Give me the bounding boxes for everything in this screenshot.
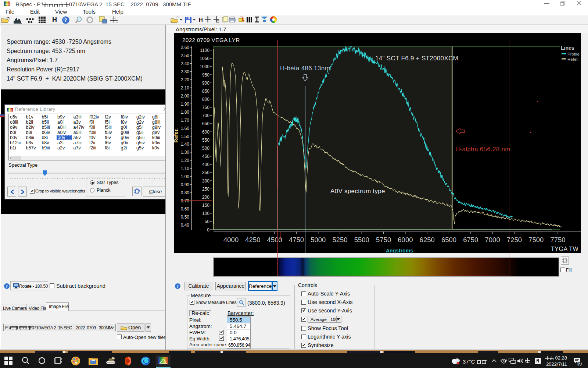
svg-text:2.50: 2.50 bbox=[181, 53, 190, 58]
svg-text:1.50: 1.50 bbox=[181, 134, 190, 139]
svg-text:Lines: Lines bbox=[561, 45, 574, 51]
svg-text:H: H bbox=[199, 17, 203, 23]
svg-text:550: 550 bbox=[202, 138, 209, 143]
svg-text:600: 600 bbox=[202, 130, 209, 135]
svg-text:1.40: 1.40 bbox=[181, 142, 190, 147]
svg-text:150: 150 bbox=[202, 203, 209, 208]
svg-text:Refer.: Refer. bbox=[174, 128, 179, 143]
svg-text:Refer.: Refer. bbox=[567, 57, 579, 61]
svg-text:?: ? bbox=[65, 18, 67, 23]
svg-text:1.10: 1.10 bbox=[181, 166, 190, 171]
svg-text:300: 300 bbox=[202, 178, 209, 184]
svg-text:350: 350 bbox=[202, 170, 209, 175]
svg-text:2022 0709 VEGA LYR: 2022 0709 VEGA LYR bbox=[182, 37, 240, 43]
svg-text:2.00: 2.00 bbox=[181, 93, 190, 99]
svg-text:TYGA TW: TYGA TW bbox=[551, 246, 579, 252]
svg-text:500: 500 bbox=[202, 146, 209, 151]
svg-text:2.20: 2.20 bbox=[181, 77, 190, 82]
svg-text:200: 200 bbox=[202, 195, 209, 200]
svg-text:?: ? bbox=[6, 284, 8, 289]
svg-text:0: 0 bbox=[207, 227, 209, 233]
svg-text:Profile: Profile bbox=[567, 52, 580, 56]
svg-text:4000: 4000 bbox=[223, 236, 239, 244]
svg-text:400: 400 bbox=[202, 162, 209, 167]
svg-text:2.40: 2.40 bbox=[181, 61, 190, 66]
svg-text:2.10: 2.10 bbox=[181, 85, 190, 91]
svg-text:4250: 4250 bbox=[245, 236, 260, 244]
svg-text:1050: 1050 bbox=[200, 56, 209, 61]
svg-text:1.80: 1.80 bbox=[181, 110, 190, 115]
svg-text:1.90: 1.90 bbox=[181, 102, 190, 107]
svg-text:450: 450 bbox=[202, 154, 209, 159]
svg-text:250: 250 bbox=[202, 187, 209, 192]
svg-text:700: 700 bbox=[202, 113, 209, 118]
svg-text:2.30: 2.30 bbox=[181, 69, 190, 74]
svg-text:?: ? bbox=[177, 284, 179, 289]
svg-text:950: 950 bbox=[202, 72, 209, 78]
svg-text:1.60: 1.60 bbox=[181, 126, 190, 131]
svg-text:0.80: 0.80 bbox=[181, 190, 190, 195]
svg-text:2.60: 2.60 bbox=[181, 45, 190, 50]
svg-text:50: 50 bbox=[205, 219, 210, 224]
svg-text:0.40: 0.40 bbox=[181, 223, 190, 228]
svg-text:7500: 7500 bbox=[528, 236, 544, 244]
svg-text:800: 800 bbox=[202, 97, 209, 102]
svg-text:7750: 7750 bbox=[550, 236, 565, 244]
svg-text:H: H bbox=[52, 16, 57, 24]
svg-text:1100: 1100 bbox=[200, 48, 209, 53]
svg-text:900: 900 bbox=[202, 81, 209, 86]
svg-text:0.50: 0.50 bbox=[181, 215, 190, 220]
svg-text:0.90: 0.90 bbox=[181, 182, 190, 187]
svg-text:650: 650 bbox=[202, 121, 209, 126]
svg-text:100: 100 bbox=[202, 211, 209, 216]
svg-text:1.20: 1.20 bbox=[181, 158, 190, 163]
svg-text:1.00: 1.00 bbox=[181, 174, 190, 179]
svg-text:850: 850 bbox=[202, 89, 209, 94]
svg-text:750: 750 bbox=[202, 105, 209, 110]
svg-text:0.60: 0.60 bbox=[181, 206, 190, 212]
svg-text:1000: 1000 bbox=[200, 64, 209, 69]
svg-text:1.70: 1.70 bbox=[181, 118, 190, 123]
svg-text:1.30: 1.30 bbox=[181, 150, 190, 155]
